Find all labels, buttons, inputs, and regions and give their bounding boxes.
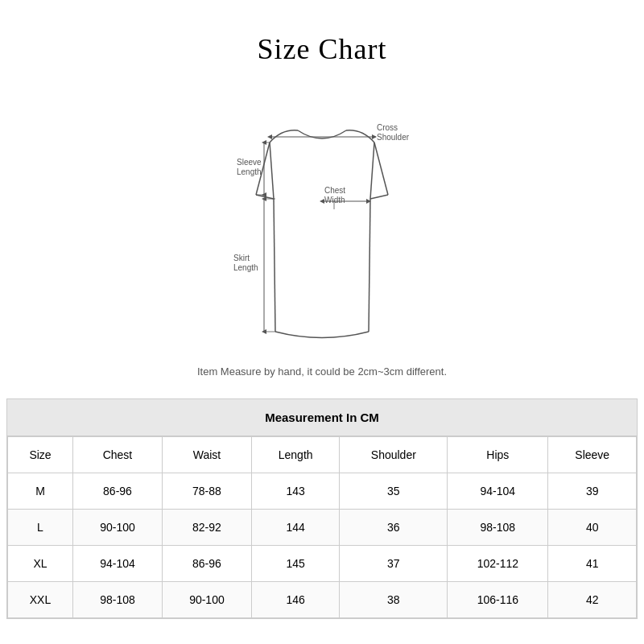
svg-text:Skirt: Skirt [233, 254, 250, 262]
svg-text:Cross: Cross [377, 123, 398, 132]
cell-chest: 98-108 [73, 582, 163, 618]
cell-shoulder: 38 [340, 582, 448, 618]
cell-length: 143 [251, 473, 340, 510]
measurement-note: Item Measure by hand, it could be 2cm~3c… [197, 356, 447, 390]
cell-shoulder: 35 [340, 473, 448, 510]
cell-sleeve: 40 [548, 510, 637, 546]
dress-diagram: Cross Shoulder Sleeve Length Chest Width… [201, 106, 443, 356]
cell-shoulder: 36 [340, 510, 448, 546]
cell-sleeve: 39 [548, 473, 637, 510]
cell-sleeve: 41 [548, 546, 637, 582]
cell-chest: 94-104 [73, 546, 163, 582]
size-chart-table-section: Measurement In CM Size Chest Waist Lengt… [6, 398, 638, 619]
diagram-section: Cross Shoulder Sleeve Length Chest Width… [0, 90, 644, 398]
svg-text:Length: Length [237, 167, 262, 176]
cell-size: XL [8, 546, 73, 582]
col-length: Length [251, 437, 340, 473]
svg-text:Shoulder: Shoulder [377, 133, 410, 142]
svg-text:Sleeve: Sleeve [237, 158, 262, 167]
col-shoulder: Shoulder [340, 437, 448, 473]
cell-length: 144 [251, 510, 340, 546]
col-hips: Hips [448, 437, 548, 473]
cell-chest: 86-96 [73, 473, 163, 510]
table-row: XXL98-10890-10014638106-11642 [8, 582, 637, 618]
svg-text:Width: Width [324, 196, 345, 204]
cell-length: 145 [251, 546, 340, 582]
cell-length: 146 [251, 582, 340, 618]
dress-svg: Cross Shoulder Sleeve Length Chest Width… [201, 106, 443, 356]
table-row: M86-9678-881433594-10439 [8, 473, 637, 510]
svg-text:Chest: Chest [324, 186, 345, 195]
size-table: Size Chest Waist Length Shoulder Hips Sl… [7, 436, 637, 618]
svg-text:Length: Length [233, 263, 258, 272]
cell-waist: 86-96 [162, 546, 251, 582]
col-sleeve: Sleeve [548, 437, 637, 473]
col-waist: Waist [162, 437, 251, 473]
table-row: XL94-10486-9614537102-11241 [8, 546, 637, 582]
cell-hips: 102-112 [448, 546, 548, 582]
col-size: Size [8, 437, 73, 473]
cell-hips: 98-108 [448, 510, 548, 546]
table-body: M86-9678-881433594-10439L90-10082-921443… [8, 473, 637, 618]
page-title: Size Chart [0, 0, 644, 90]
cell-chest: 90-100 [73, 510, 163, 546]
col-chest: Chest [73, 437, 163, 473]
cell-hips: 94-104 [448, 473, 548, 510]
cell-hips: 106-116 [448, 582, 548, 618]
cell-shoulder: 37 [340, 546, 448, 582]
cell-waist: 82-92 [162, 510, 251, 546]
cell-size: XXL [8, 582, 73, 618]
cell-size: L [8, 510, 73, 546]
table-row: L90-10082-921443698-10840 [8, 510, 637, 546]
table-header-row: Size Chest Waist Length Shoulder Hips Sl… [8, 437, 637, 473]
cell-waist: 90-100 [162, 582, 251, 618]
table-section-title: Measurement In CM [7, 399, 637, 436]
cell-waist: 78-88 [162, 473, 251, 510]
cell-size: M [8, 473, 73, 510]
cell-sleeve: 42 [548, 582, 637, 618]
